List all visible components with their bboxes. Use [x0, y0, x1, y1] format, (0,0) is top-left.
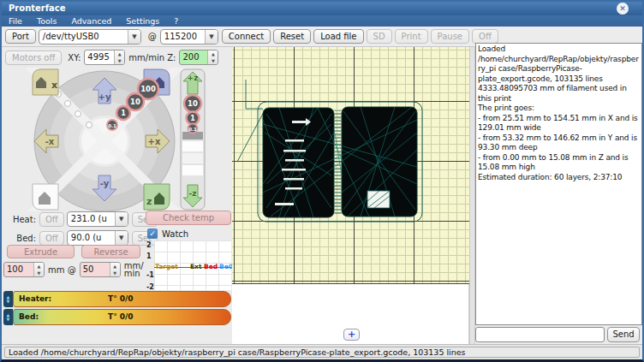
- menu-help[interactable]: ?: [174, 16, 178, 26]
- feed-unit-line2: min: [124, 269, 140, 278]
- at-label: @: [148, 32, 157, 41]
- print-button[interactable]: Print: [395, 29, 428, 44]
- temperature-graph: 2 1 -1 -2 Target Ext Bed Be0: [154, 240, 231, 290]
- xy-feed-spinner[interactable]: 4995 ▲▼: [84, 50, 125, 65]
- menu-bar: File Tools Advanced Settings ?: [2, 15, 642, 27]
- heat-temp-combo[interactable]: 231.0 (u ▼: [67, 211, 128, 227]
- bed-off-button[interactable]: Off: [39, 231, 64, 246]
- menu-advanced[interactable]: Advanced: [71, 16, 111, 26]
- home-z-button[interactable]: z: [144, 184, 170, 210]
- xy-step-0-1[interactable]: 0.1: [107, 120, 117, 130]
- step-label: 0.1: [188, 127, 197, 132]
- window-title: Pronterface: [9, 3, 66, 13]
- gcode-viewer[interactable]: +: [232, 47, 469, 344]
- home-x-button[interactable]: x: [33, 69, 58, 95]
- extrude-length-spinner[interactable]: 100 ▲▼: [3, 262, 45, 277]
- heater-gauge-value: T° 0/0: [108, 294, 134, 303]
- gauge-spin-icon[interactable]: ▲▼: [3, 291, 13, 307]
- command-row: Send: [475, 327, 642, 344]
- status-bar: Loaded /home/churchyard/RepRap/objekty/r…: [2, 344, 642, 359]
- feedrate-row: Motors off XY: 4995 ▲▼ mm/min Z: 200 ▲▼: [5, 50, 218, 65]
- baud-combo[interactable]: 115200 ▼: [160, 29, 218, 45]
- heat-label: Heat:: [12, 215, 36, 224]
- chevron-down-icon[interactable]: ▼: [128, 30, 140, 44]
- chevron-down-icon[interactable]: ▼: [115, 231, 128, 245]
- viewer-zoom-in-button[interactable]: +: [343, 329, 360, 341]
- heater-gauge-bar[interactable]: Heater: T° 0/0: [13, 291, 231, 307]
- connect-button[interactable]: Connect: [222, 29, 271, 44]
- bed-gauge-value: T° 0/0: [108, 312, 134, 321]
- graph-label-bed: Bed: [204, 263, 218, 270]
- gcode-hatched-square: [367, 191, 390, 208]
- minus-z-label: -z: [189, 189, 197, 198]
- z-step-1[interactable]: 1: [187, 112, 200, 125]
- extrude-params-row: 100 ▲▼ mm @ 50 ▲▼ mm/ min: [3, 262, 147, 277]
- spinner-arrows-icon[interactable]: ▲▼: [114, 50, 124, 64]
- reset-button[interactable]: Reset: [273, 29, 311, 44]
- chevron-down-icon[interactable]: ▼: [115, 212, 128, 226]
- extrude-speed-spinner[interactable]: 50 ▲▼: [80, 262, 121, 277]
- extrude-speed-value[interactable]: 50: [80, 263, 110, 276]
- xy-feed-value[interactable]: 4995: [85, 50, 114, 64]
- watch-label: Watch: [162, 229, 188, 239]
- gauge-spin-icon[interactable]: ▲▼: [3, 309, 13, 325]
- home-all-button[interactable]: [33, 184, 58, 210]
- command-input[interactable]: [475, 327, 605, 342]
- close-icon[interactable]: ✕: [617, 3, 629, 15]
- port-button[interactable]: Port: [5, 29, 36, 44]
- title-bar[interactable]: Pronterface ✕: [2, 2, 642, 15]
- spinner-arrows-icon[interactable]: ▲▼: [207, 50, 218, 64]
- spinner-arrows-icon[interactable]: ▲▼: [33, 263, 44, 276]
- step-label: 1: [121, 110, 126, 117]
- off-button[interactable]: Off: [472, 29, 498, 44]
- z-feed-value[interactable]: 200: [180, 50, 207, 64]
- step-label: 10: [130, 98, 140, 106]
- graph-ytick: -2: [146, 283, 154, 291]
- bed-temp-combo[interactable]: 90.0 (u ▼: [67, 230, 128, 246]
- menu-settings[interactable]: Settings: [126, 16, 159, 26]
- heat-off-button[interactable]: Off: [39, 212, 64, 227]
- bed-temp-value[interactable]: 90.0 (u: [68, 231, 115, 245]
- send-button[interactable]: Send: [607, 327, 640, 342]
- home-x-label: x: [51, 80, 57, 91]
- z-feed-spinner[interactable]: 200 ▲▼: [179, 50, 218, 65]
- gcode-render: [232, 47, 469, 284]
- z-step-10[interactable]: 10: [184, 95, 201, 112]
- z-step-0-1[interactable]: 0.1: [188, 124, 198, 134]
- load-file-button[interactable]: Load file: [313, 29, 363, 44]
- check-temp-button[interactable]: Check temp: [146, 211, 231, 225]
- spinner-arrows-icon[interactable]: ▲▼: [110, 263, 120, 276]
- pause-button[interactable]: Pause: [431, 29, 469, 44]
- pronterface-window: Pronterface ✕ File Tools Advanced Settin…: [0, 0, 644, 362]
- bed-gauge-bar[interactable]: Bed: T° 0/0: [13, 309, 231, 325]
- feed-unit-label: mm/ min: [124, 262, 144, 277]
- console-panel: Loaded /home/churchyard/RepRap/objekty/r…: [475, 43, 642, 344]
- chevron-down-icon[interactable]: ▼: [205, 30, 218, 44]
- extrude-button[interactable]: Extrude: [7, 245, 75, 258]
- z-feed-label: mm/min Z:: [128, 53, 176, 62]
- jog-control-pad: x y z +y -y: [23, 68, 207, 211]
- xy-step-1[interactable]: 1: [116, 106, 130, 120]
- heat-temp-value[interactable]: 231.0 (u: [68, 212, 115, 226]
- sd-button[interactable]: SD: [367, 29, 392, 44]
- menu-file[interactable]: File: [9, 16, 22, 26]
- reverse-button[interactable]: Reverse: [81, 245, 140, 258]
- port-combo-value[interactable]: /dev/ttyUSB0: [39, 30, 128, 44]
- panel-splitter[interactable]: [469, 47, 475, 344]
- watch-checkbox[interactable]: ✓: [147, 228, 158, 239]
- menu-tools[interactable]: Tools: [37, 16, 57, 26]
- extrude-length-value[interactable]: 100: [4, 263, 33, 276]
- port-combo[interactable]: /dev/ttyUSB0 ▼: [39, 29, 141, 45]
- plus-y-label: +y: [98, 92, 111, 102]
- console-log[interactable]: Loaded /home/churchyard/RepRap/objekty/r…: [475, 43, 642, 325]
- graph-label-target: Target: [155, 263, 178, 270]
- graph-ytick: 2: [146, 241, 152, 249]
- bed-temp-row: Bed: Off 90.0 (u ▼ Set: [9, 230, 160, 246]
- gcode-solid-parts: [263, 107, 417, 217]
- gcode-travel-lines: [237, 80, 265, 162]
- build-plate-grid[interactable]: [232, 47, 469, 284]
- hotend-temp-row: Heat: Off 231.0 (u ▼ Set: [9, 211, 160, 227]
- baud-combo-value[interactable]: 115200: [161, 30, 205, 44]
- motors-off-button[interactable]: Motors off: [5, 50, 62, 65]
- plus-z-label: +z: [188, 74, 199, 82]
